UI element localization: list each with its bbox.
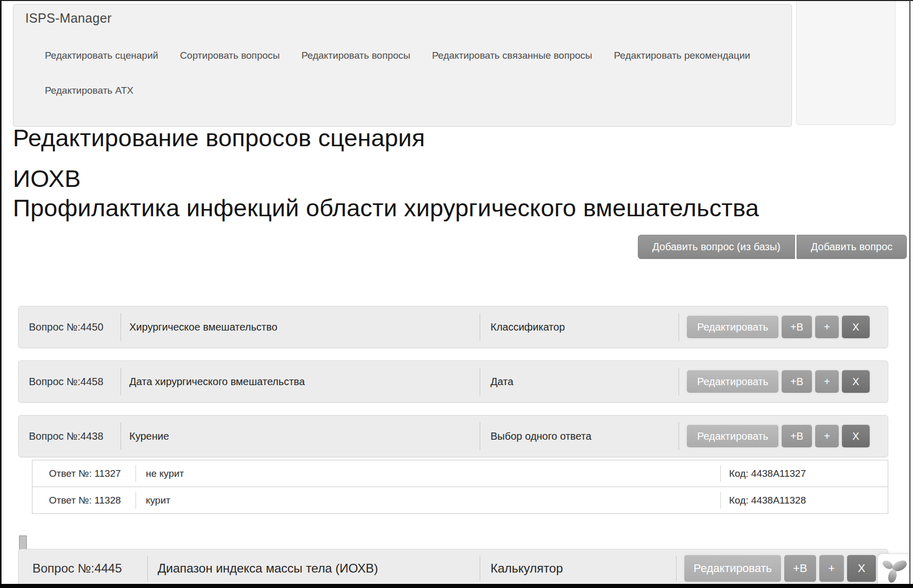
question-row-4445: Вопрос №:4445 Диапазон индекса массы тел… — [18, 549, 888, 588]
divider — [480, 368, 480, 395]
question-title: Курение — [129, 430, 169, 442]
edit-question-button[interactable]: Редактировать — [684, 555, 782, 582]
add-answer-button[interactable]: +В — [781, 424, 813, 448]
question-row-4450: Вопрос №:4450 Хирургическое вмешательств… — [18, 306, 888, 348]
question-number: Вопрос №:4438 — [29, 430, 104, 442]
menu-item-edit-questions[interactable]: Редактировать вопросы — [301, 50, 411, 61]
question-actions: Редактировать +В + X — [686, 416, 870, 457]
answer-row-11328: Ответ №: 11328 курит Код: 4438A11328 — [32, 487, 888, 514]
add-question-toolbar: Добавить вопрос (из базы) Добавить вопро… — [638, 235, 907, 259]
answer-text: курит — [146, 495, 171, 506]
question-title: Диапазон индекса массы тела (ИОХВ) — [158, 561, 378, 576]
menu-item-sort-questions[interactable]: Сортировать вопросы — [180, 50, 280, 61]
question-type-label: Выбор одного ответа — [491, 430, 591, 442]
question-title: Дата хирургического вмешательства — [129, 376, 305, 388]
menu-item-edit-recommendations[interactable]: Редактировать рекомендации — [614, 50, 751, 61]
answer-row-11327: Ответ №: 11327 не курит Код: 4438A11327 — [32, 460, 888, 487]
question-number: Вопрос №:4445 — [32, 561, 122, 576]
scenario-code: ИОХВ — [13, 165, 81, 192]
answer-code: Код: 4438A11327 — [729, 468, 806, 479]
question-row-4458: Вопрос №:4458 Дата хирургического вмешат… — [18, 360, 888, 403]
question-actions: Редактировать +В + X — [684, 549, 876, 587]
add-answer-button[interactable]: +В — [784, 555, 817, 582]
question-number: Вопрос №:4458 — [29, 376, 104, 388]
add-plus-button[interactable]: + — [815, 315, 839, 339]
question-type-label: Классификатор — [491, 321, 565, 333]
question-type-label: Калькулятор — [491, 561, 563, 576]
screenshot-frame-right — [909, 0, 910, 588]
edit-question-button[interactable]: Редактировать — [686, 424, 779, 448]
divider — [720, 465, 721, 482]
divider — [121, 422, 121, 450]
scenario-heading: ИОХВПрофилактика инфекций области хирург… — [13, 164, 759, 222]
divider — [720, 492, 721, 509]
question-actions: Редактировать +В + X — [686, 306, 870, 348]
divider — [480, 422, 480, 450]
add-answer-button[interactable]: +В — [781, 370, 813, 393]
divider — [679, 422, 679, 450]
divider — [136, 465, 136, 482]
question-actions: Редактировать +В + X — [686, 361, 870, 402]
add-question-button[interactable]: Добавить вопрос — [797, 235, 907, 259]
delete-question-button[interactable]: X — [841, 424, 870, 448]
answer-number: Ответ №: 11327 — [49, 468, 121, 479]
divider — [679, 313, 679, 341]
add-plus-button[interactable]: + — [815, 370, 839, 393]
add-plus-button[interactable]: + — [819, 555, 844, 582]
page-title: Редактирование вопросов сценария — [13, 124, 425, 152]
delete-question-button[interactable]: X — [847, 555, 876, 582]
add-plus-button[interactable]: + — [815, 424, 839, 448]
answer-number: Ответ №: 11328 — [49, 495, 121, 506]
delete-question-button[interactable]: X — [841, 315, 870, 339]
question-title: Хирургическое вмешательство — [129, 321, 277, 333]
divider — [136, 492, 136, 509]
divider — [147, 556, 148, 581]
divider — [480, 556, 480, 581]
question-row-4438: Вопрос №:4438 Курение Выбор одного ответ… — [18, 415, 888, 457]
app-brand: ISPS-Manager — [25, 11, 112, 26]
scenario-name: Профилактика инфекций области хирургичес… — [13, 194, 759, 221]
menu-item-edit-linked-questions[interactable]: Редактировать связанные вопросы — [432, 50, 593, 61]
add-answer-button[interactable]: +В — [781, 315, 813, 339]
divider — [679, 368, 679, 395]
answer-text: не курит — [146, 468, 184, 479]
header-panel: ISPS-Manager Редактировать сценарий Сорт… — [13, 4, 792, 127]
answer-code: Код: 4438A11328 — [729, 495, 806, 506]
divider — [480, 313, 480, 341]
delete-question-button[interactable]: X — [841, 370, 870, 393]
menu-item-edit-atc[interactable]: Редактировать АТХ — [45, 85, 133, 96]
menu-item-edit-scenario[interactable]: Редактировать сценарий — [45, 50, 158, 61]
leaf-widget[interactable] — [877, 554, 910, 584]
edit-question-button[interactable]: Редактировать — [686, 370, 779, 393]
header-side-panel — [796, 0, 895, 125]
divider — [676, 556, 677, 581]
add-question-from-base-button[interactable]: Добавить вопрос (из базы) — [638, 235, 795, 259]
question-type-label: Дата — [491, 376, 513, 388]
edit-question-button[interactable]: Редактировать — [686, 315, 779, 339]
divider — [121, 368, 121, 395]
scroll-thumb[interactable] — [19, 535, 27, 550]
divider — [121, 313, 121, 341]
question-number: Вопрос №:4450 — [29, 321, 104, 333]
page: ISPS-Manager Редактировать сценарий Сорт… — [0, 0, 913, 588]
main-menu-row-1: Редактировать сценарий Сортировать вопро… — [45, 50, 750, 61]
main-menu-row-2: Редактировать АТХ — [45, 85, 133, 96]
